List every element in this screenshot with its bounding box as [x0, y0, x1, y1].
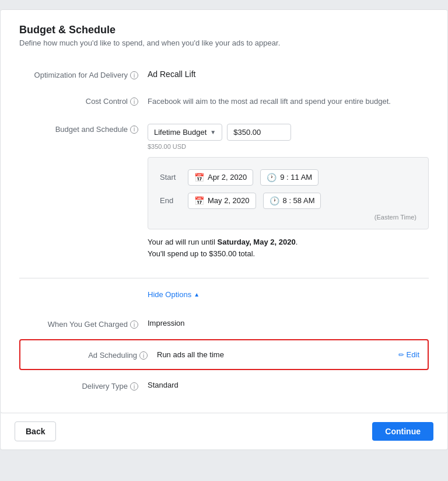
arrow-up-icon: ▲ [194, 291, 200, 298]
delivery-type-info-icon[interactable]: i [130, 382, 138, 391]
delivery-type-row: Delivery Type i Standard [19, 372, 429, 399]
cost-control-info-icon[interactable]: i [130, 97, 138, 106]
budget-amount-input[interactable] [227, 124, 291, 141]
budget-schedule-label: Budget and Schedule i [19, 124, 148, 134]
schedule-rows: Start 📅 Apr 2, 2020 🕐 9 : 11 AM [160, 166, 416, 212]
calendar-icon-end: 📅 [194, 196, 204, 205]
ad-scheduling-row: Ad Scheduling i Run ads all the time ✏ E… [19, 339, 429, 370]
when-charged-info-icon[interactable]: i [130, 320, 138, 329]
page-wrapper: Budget & Schedule Define how much you'd … [0, 9, 448, 450]
start-date-button[interactable]: 📅 Apr 2, 2020 [188, 169, 253, 186]
pencil-icon: ✏ [398, 351, 404, 359]
page-title: Budget & Schedule [19, 24, 429, 36]
optimization-row: Optimization for Ad Delivery i Ad Recall… [19, 61, 429, 88]
optimization-value: Ad Recall Lift [148, 69, 429, 79]
start-row: Start 📅 Apr 2, 2020 🕐 9 : 11 AM [160, 166, 416, 189]
ad-scheduling-info-icon[interactable]: i [139, 351, 148, 360]
start-label: Start [160, 173, 181, 182]
end-row: End 📅 May 2, 2020 🕐 8 : 58 AM [160, 189, 416, 212]
continue-button[interactable]: Continue [372, 422, 433, 441]
delivery-type-value: Standard [148, 381, 429, 389]
cost-control-value: Facebook will aim to the most ad recall … [148, 96, 429, 107]
budget-schedule-value: Lifetime Budget ▼ $350.00 USD Start 📅 [148, 124, 429, 261]
optimization-label: Optimization for Ad Delivery i [19, 69, 148, 79]
edit-button[interactable]: ✏ Edit [398, 350, 419, 359]
hide-options-button[interactable]: Hide Options ▲ [148, 288, 200, 301]
eastern-time-label: (Eastern Time) [160, 214, 416, 221]
optimization-info-icon[interactable]: i [130, 71, 138, 79]
budget-controls: Lifetime Budget ▼ [148, 124, 429, 141]
chevron-down-icon: ▼ [210, 129, 216, 135]
cost-control-row: Cost Control i Facebook will aim to the … [19, 88, 429, 116]
cost-control-label: Cost Control i [19, 96, 148, 106]
clock-icon: 🕐 [267, 173, 276, 182]
start-time-button[interactable]: 🕐 9 : 11 AM [260, 169, 318, 186]
divider [19, 278, 429, 278]
budget-schedule-row: Budget and Schedule i Lifetime Budget ▼ … [19, 116, 429, 269]
when-charged-row: When You Get Charged i Impression [19, 311, 429, 337]
calendar-icon: 📅 [194, 173, 204, 182]
page-subtitle: Define how much you'd like to spend, and… [19, 39, 429, 47]
lifetime-budget-dropdown[interactable]: Lifetime Budget ▼ [148, 124, 222, 141]
budget-usd-label: $350.00 USD [148, 143, 429, 150]
form-section: Optimization for Ad Delivery i Ad Recall… [19, 61, 429, 269]
schedule-box: Start 📅 Apr 2, 2020 🕐 9 : 11 AM [148, 157, 429, 229]
clock-icon-end: 🕐 [270, 196, 279, 205]
ad-scheduling-label: Ad Scheduling i [29, 350, 157, 360]
main-card: Budget & Schedule Define how much you'd … [0, 9, 448, 413]
footer-bar: Back Continue [0, 413, 448, 450]
budget-info-icon[interactable]: i [130, 126, 138, 134]
when-charged-value: Impression [148, 319, 429, 327]
ad-run-text: Your ad will run until Saturday, May 2, … [148, 236, 429, 261]
when-charged-label: When You Get Charged i [19, 319, 148, 329]
end-label: End [160, 196, 181, 205]
back-button[interactable]: Back [15, 421, 56, 441]
end-time-button[interactable]: 🕐 8 : 58 AM [263, 193, 321, 209]
ad-scheduling-value: Run ads all the time [157, 350, 398, 359]
end-date-button[interactable]: 📅 May 2, 2020 [188, 193, 256, 209]
delivery-type-label: Delivery Type i [19, 381, 148, 391]
